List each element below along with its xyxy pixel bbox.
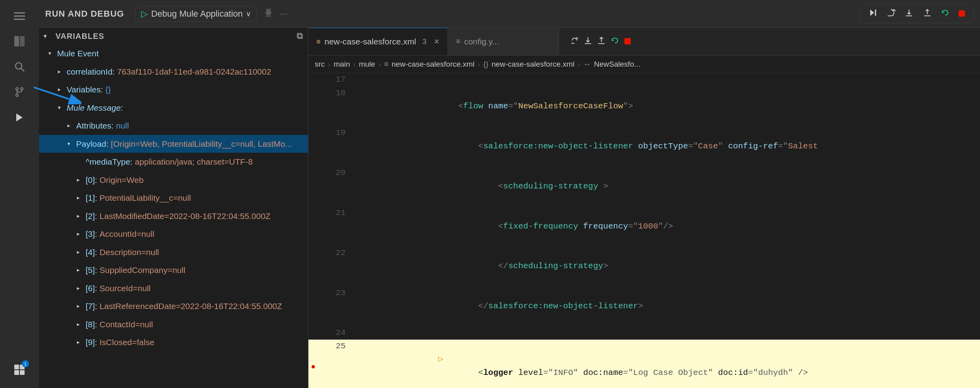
editor-stop-btn[interactable] (624, 36, 631, 47)
table-row: 20 <scheduling-strategy > (308, 166, 980, 206)
chevron-3 (77, 230, 84, 238)
tree-item-4[interactable]: [4] : Description=null (39, 243, 308, 261)
activity-icon-run-debug[interactable] (8, 106, 31, 129)
tree-value-variables: {} (105, 83, 111, 96)
tree-item-variables[interactable]: Variables : {} (39, 81, 308, 99)
table-row: 18 <flow name="NewSalesforceCaseFlow"> (308, 86, 980, 127)
step-over-button[interactable] (884, 7, 897, 21)
activity-icon-search[interactable] (8, 55, 31, 79)
debug-config-dropdown[interactable]: ▷ Debug Mule Application ∨ (135, 6, 257, 22)
tree-item-7[interactable]: [7] : LastReferencedDate=2022-08-16T22:0… (39, 297, 308, 315)
tab-label-xml: new-case-salesforce.xml (325, 37, 416, 46)
extensions-badge: 1 (22, 360, 29, 367)
tab-config[interactable]: ≡ config.y... (448, 28, 559, 55)
debug-toolbar (860, 4, 974, 23)
step-into-button[interactable] (903, 7, 915, 21)
tree-label-5: [5] (86, 264, 95, 277)
code-editor[interactable]: 17 18 <flow name="NewSalesforceCaseFlow"… (308, 73, 980, 388)
continue-button[interactable] (867, 8, 879, 20)
chevron-0 (77, 176, 84, 184)
chevron-1 (77, 194, 84, 202)
tree-item-mule-event[interactable]: Mule Event (39, 44, 308, 63)
tab-new-case-salesforce[interactable]: ≡ new-case-salesforce.xml 3 ✕ (308, 28, 448, 55)
svg-line-6 (21, 68, 24, 71)
chevron-7 (77, 302, 84, 310)
svg-rect-14 (14, 370, 19, 375)
chevron-8 (77, 320, 84, 328)
chevron-2 (77, 212, 84, 220)
restart-button[interactable] (939, 8, 951, 20)
tree-value-0: Origin=Web (100, 174, 144, 186)
tree-label-mule-event: Mule Event (57, 47, 99, 60)
editor-step-over-btn[interactable] (570, 36, 579, 47)
run-debug-label: RUN AND DEBUG (45, 9, 124, 19)
tree-item-5[interactable]: [5] : SuppliedCompany=null (39, 261, 308, 279)
breakpoint-dot: ● (311, 362, 316, 371)
tree-label-4: [4] (86, 246, 95, 259)
tree-value-mediatype: application/java; charset=UTF-8 (135, 156, 253, 168)
activity-icon-extensions[interactable]: 1 (8, 358, 31, 382)
copy-icon[interactable]: ⧉ (297, 31, 303, 41)
tree-label-2: [2] (86, 210, 95, 223)
tree-item-correlationid[interactable]: correlationId : 763af110-1daf-11ed-a981-… (39, 63, 308, 81)
tree-item-1[interactable]: [1] : PotentialLiability__c=null (39, 189, 308, 207)
breadcrumb-object-icon: {} (483, 60, 488, 69)
step-out-button[interactable] (921, 7, 934, 21)
chevron-variables (58, 85, 65, 94)
breadcrumb-flow-name[interactable]: NewSalesfo... (594, 60, 640, 69)
tree-label-6: [6] (86, 282, 95, 295)
tree-item-8[interactable]: [8] : ContactId=null (39, 315, 308, 334)
xml-file-icon-2: ≡ (456, 37, 460, 46)
breadcrumb-src[interactable]: src (315, 60, 325, 69)
chevron-4 (77, 248, 84, 256)
tree-label-7: [7] (86, 300, 95, 313)
tree-item-attributes[interactable]: Attributes : null (39, 117, 308, 135)
content-area: VARIABLES ⧉ Mule Event correlationId (39, 28, 980, 388)
chevron-9 (77, 338, 84, 346)
breadcrumb-mule[interactable]: mule (359, 60, 375, 69)
tree-value-2: LastModifiedDate=2022-08-16T22:04:55.000… (100, 210, 270, 223)
breadcrumb-xml-file[interactable]: new-case-salesforce.xml (392, 60, 475, 69)
tree-value-5: SuppliedCompany=null (100, 264, 186, 277)
tree-item-mediatype[interactable]: ^mediaType : application/java; charset=U… (39, 153, 308, 171)
gear-icon[interactable] (262, 6, 275, 22)
svg-rect-29 (624, 38, 631, 44)
activity-icon-explorer[interactable] (8, 29, 31, 53)
tree-item-3[interactable]: [3] : AccountId=null (39, 225, 308, 243)
variables-collapse-icon[interactable] (44, 33, 51, 39)
variables-title: VARIABLES (56, 32, 104, 41)
chevron-mule-event (48, 49, 56, 58)
tree-item-mule-message[interactable]: Mule Message: (39, 99, 308, 117)
top-bar: RUN AND DEBUG ▷ Debug Mule Application ∨… (39, 0, 980, 28)
tree-label-payload: Payload (76, 138, 106, 150)
tree-label-mule-message: Mule Message: (67, 102, 123, 114)
tree-label-9: [9] (86, 336, 95, 349)
tree-label-correlationid: correlationId (67, 65, 113, 78)
breadcrumb-main[interactable]: main (334, 60, 350, 69)
svg-rect-3 (14, 36, 19, 46)
stop-button[interactable] (957, 8, 967, 20)
tree-item-9[interactable]: [9] : IsClosed=false (39, 333, 308, 352)
xml-file-icon: ≡ (316, 38, 321, 46)
svg-rect-0 (14, 12, 25, 13)
tab-close-xml[interactable]: ✕ (434, 37, 440, 46)
tree-label-mediatype: ^mediaType (86, 156, 130, 168)
editor-area: ≡ new-case-salesforce.xml 3 ✕ ≡ config.y… (308, 28, 980, 388)
more-icon[interactable]: ··· (280, 9, 287, 19)
activity-icon-source-control[interactable] (8, 80, 31, 104)
chevron-correlationid (58, 67, 65, 76)
tree-value-correlationid: 763af110-1daf-11ed-a981-0242ac110002 (117, 65, 271, 78)
editor-restart-btn[interactable] (611, 36, 619, 47)
editor-step-into-btn[interactable] (584, 36, 592, 47)
tab-modified-count: 3 (423, 37, 427, 46)
svg-rect-1 (14, 15, 25, 17)
tree-value-4: Description=null (100, 246, 159, 259)
activity-icon-menu[interactable] (8, 4, 31, 28)
tree-item-2[interactable]: [2] : LastModifiedDate=2022-08-16T22:04:… (39, 207, 308, 225)
tree-item-0[interactable]: [0] : Origin=Web (39, 171, 308, 189)
editor-step-out-btn[interactable] (597, 36, 606, 47)
breadcrumb-xml-node[interactable]: new-case-salesforce.xml (492, 60, 574, 69)
breadcrumb: src › main › mule › ≡ new-case-salesforc… (308, 56, 980, 73)
tree-item-payload[interactable]: Payload : [Origin=Web, PotentialLiabilit… (39, 135, 308, 153)
tree-item-6[interactable]: [6] : SourceId=null (39, 279, 308, 298)
